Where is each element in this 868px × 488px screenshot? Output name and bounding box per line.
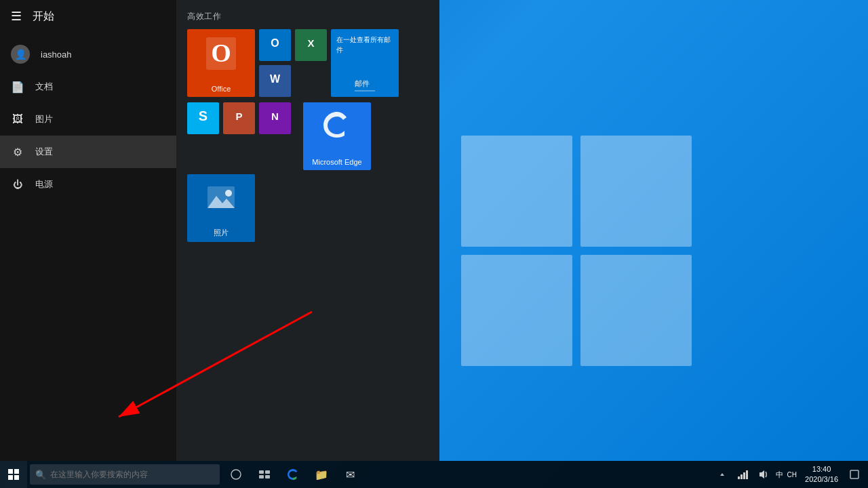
tile-excel[interactable]: X [295, 29, 327, 61]
tile-skype[interactable]: S [187, 102, 219, 134]
search-input[interactable] [50, 470, 199, 479]
onenote-icon: N [271, 110, 279, 122]
taskbar: 🔍 📁 ✉ [0, 461, 868, 488]
svg-rect-9 [265, 470, 270, 474]
tile-word[interactable]: W [259, 65, 291, 97]
svg-rect-14 [741, 474, 743, 479]
tile-powerpoint[interactable]: P [223, 102, 255, 134]
documents-label: 文档 [35, 81, 53, 93]
word-icon: W [270, 73, 280, 85]
mail-tile-content: 在一处查看所有邮件 [336, 35, 393, 55]
tile-edge[interactable]: Microsoft Edge [303, 102, 371, 170]
logo-pane-bl [461, 255, 572, 366]
logo-pane-tr [580, 136, 692, 247]
hamburger-button[interactable]: ☰ [11, 9, 22, 24]
taskbar-search-icon: 🔍 [35, 470, 46, 480]
volume-icon[interactable] [753, 461, 773, 488]
power-label: 电源 [35, 178, 53, 190]
logo-pane-tl [461, 136, 572, 247]
explorer-icon: 📁 [315, 468, 328, 481]
skype-icon: S [199, 108, 208, 124]
notification-button[interactable] [844, 461, 865, 488]
mail-sub-label: 邮件 [355, 79, 370, 89]
settings-icon: ⚙ [11, 145, 24, 159]
start-button[interactable] [0, 461, 27, 488]
mail-bar [355, 90, 375, 92]
small-tiles-col1: O W [259, 29, 291, 97]
clock-date: 2020/3/16 [805, 474, 838, 485]
start-header: ☰ 开始 [0, 0, 176, 33]
sidebar-item-power[interactable]: ⏻ 电源 [0, 168, 176, 201]
tile-office[interactable]: O Office [187, 29, 255, 97]
tile-photos[interactable]: 照片 [187, 174, 255, 242]
network-icon[interactable] [732, 461, 753, 488]
taskbar-app-icons: 📁 ✉ [222, 461, 363, 488]
office-tile-label: Office [212, 85, 231, 93]
sidebar-item-documents[interactable]: 📄 文档 [0, 70, 176, 103]
mail-bottom: 邮件 [355, 79, 375, 92]
small-tiles-col2: X [295, 29, 327, 97]
user-avatar: 👤 [11, 45, 30, 64]
start-menu: ☰ 开始 👤 iashoah 📄 文档 🖼 图片 [0, 0, 439, 461]
svg-rect-15 [743, 472, 745, 479]
tile-onenote[interactable]: N [259, 102, 291, 134]
photos-tile-label: 照片 [214, 228, 229, 238]
start-sidebar: ☰ 开始 👤 iashoah 📄 文档 🖼 图片 [0, 0, 176, 461]
sidebar-item-pictures[interactable]: 🖼 图片 [0, 103, 176, 136]
clock-time: 13:40 [812, 464, 831, 474]
language-sub: CH [785, 471, 800, 479]
svg-point-6 [225, 190, 232, 197]
tiles-section-title: 高效工作 [187, 11, 429, 22]
taskbar-search-box[interactable]: 🔍 [30, 464, 220, 485]
documents-icon: 📄 [11, 80, 24, 94]
svg-rect-11 [265, 475, 270, 479]
office-logo-icon: O [203, 35, 239, 75]
pictures-icon: 🖼 [11, 113, 24, 126]
windows-icon [8, 469, 19, 480]
tile-mail[interactable]: 在一处查看所有邮件 邮件 [331, 29, 399, 97]
svg-text:O: O [211, 39, 231, 67]
desktop-windows-logo [461, 136, 692, 366]
tiles-main-group: O Office O W X [187, 29, 429, 97]
logo-pane-br [580, 255, 692, 366]
system-tray-expand[interactable] [712, 461, 732, 488]
power-icon: ⏻ [11, 178, 24, 191]
start-title: 开始 [33, 9, 54, 24]
photos-logo-icon [204, 181, 238, 218]
tiles-second-row: S P N Microsoft Edge [187, 102, 429, 242]
lang-top: 中 [776, 470, 783, 480]
mail-button[interactable]: ✉ [336, 461, 363, 488]
cortana-button[interactable] [222, 461, 250, 488]
edge-taskbar-button[interactable] [279, 461, 307, 488]
sidebar-item-user[interactable]: 👤 iashoah [0, 38, 176, 70]
sidebar-item-settings[interactable]: ⚙ 设置 [0, 136, 176, 168]
tile-outlook[interactable]: O [259, 29, 291, 61]
edge-logo-icon [321, 108, 353, 143]
lang-bottom: CH [787, 471, 797, 479]
spacer [295, 102, 299, 170]
svg-rect-8 [259, 470, 264, 474]
mail-title-line1: 在一处查看所有邮件 [336, 35, 393, 55]
start-nav: 👤 iashoah 📄 文档 🖼 图片 ⚙ 设置 ⏻ 电 [0, 33, 176, 461]
pictures-label: 图片 [35, 113, 53, 125]
excel-icon: X [307, 37, 314, 49]
outlook-icon: O [271, 37, 279, 49]
start-tiles: 高效工作 O Office O W [176, 0, 439, 461]
system-tray: 中 CH 13:40 2020/3/16 [712, 461, 868, 488]
svg-rect-10 [259, 475, 264, 479]
svg-rect-16 [746, 470, 748, 479]
svg-rect-13 [738, 476, 740, 479]
powerpoint-icon: P [235, 110, 242, 122]
svg-marker-12 [720, 473, 724, 476]
task-view-button[interactable] [251, 461, 278, 488]
clock[interactable]: 13:40 2020/3/16 [800, 461, 844, 488]
svg-rect-17 [850, 470, 859, 479]
settings-label: 设置 [35, 146, 53, 158]
edge-tile-label: Microsoft Edge [312, 158, 361, 166]
username-label: iashoah [41, 49, 72, 60]
mail-taskbar-icon: ✉ [346, 468, 355, 481]
svg-point-7 [231, 470, 241, 479]
explorer-button[interactable]: 📁 [308, 461, 335, 488]
user-icon: 👤 [15, 49, 26, 60]
